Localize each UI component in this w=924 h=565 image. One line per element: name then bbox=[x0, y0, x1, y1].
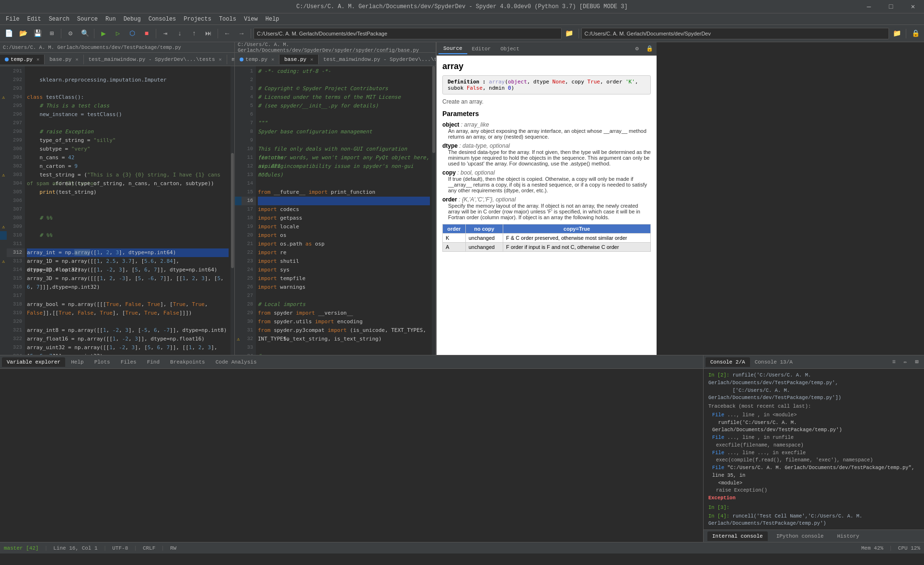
status-sep1: | bbox=[45, 545, 48, 551]
table-cell-a-nocopy: unchanged bbox=[465, 243, 503, 252]
run-button[interactable]: ▶ bbox=[97, 27, 110, 40]
code-line-307 bbox=[27, 205, 229, 214]
code-line-292: sklearn.preprocessing.imputation.Imputer bbox=[27, 76, 229, 84]
browse-right-button[interactable]: 📁 bbox=[890, 27, 903, 40]
new-file-button[interactable]: 📄 bbox=[2, 27, 15, 40]
rcode-30: from spyder.utils import encoding bbox=[258, 318, 430, 326]
save-file-button[interactable]: 💾 bbox=[31, 27, 44, 40]
highlight-right-16 bbox=[235, 197, 242, 205]
window-controls[interactable]: — □ ✕ bbox=[858, 0, 924, 13]
debug-button[interactable]: ⬡ bbox=[126, 27, 139, 40]
console-exception: Exception bbox=[708, 494, 919, 502]
step-over-button[interactable]: ⇥ bbox=[159, 27, 172, 40]
maximize-button[interactable]: □ bbox=[880, 0, 902, 13]
left-path-bar: C:/Users/C. A. M. Gerlach/Documents/dev/… bbox=[0, 42, 234, 53]
tab-console-2a[interactable]: Console 2/A bbox=[705, 357, 750, 367]
console-edit-button[interactable]: ✏ bbox=[900, 357, 911, 367]
right-scrollbar[interactable] bbox=[432, 66, 436, 355]
menu-debug[interactable]: Debug bbox=[120, 15, 145, 24]
help-lock-button[interactable]: 🔒 bbox=[644, 44, 655, 54]
console-output[interactable]: In [2]: runfile('C:/Users/C. A. M. Gerla… bbox=[704, 369, 924, 530]
rcode-15: from __future__ import print_function bbox=[258, 188, 430, 197]
menu-run[interactable]: Run bbox=[102, 15, 120, 24]
tab-temp-py-left[interactable]: temp.py ✕ bbox=[0, 55, 45, 64]
tab-console-13a[interactable]: Console 13/A bbox=[750, 357, 797, 367]
close-button[interactable]: ✕ bbox=[902, 0, 924, 13]
lock-button[interactable]: 🔒 bbox=[909, 27, 922, 40]
right-code-lines[interactable]: # -*- coding: utf-8 -*- # Copyright © Sp… bbox=[256, 66, 432, 355]
code-line-320 bbox=[27, 318, 229, 326]
left-code-lines[interactable]: sklearn.preprocessing.imputation.Imputer… bbox=[25, 66, 231, 355]
table-row-k: K unchanged F & C order preserved, other… bbox=[443, 234, 651, 243]
console-options-button[interactable]: ≡ bbox=[889, 357, 899, 367]
menu-consoles[interactable]: Consoles bbox=[145, 15, 180, 24]
left-path-text: C:/Users/C. A. M. Gerlach/Documents/dev/… bbox=[3, 45, 181, 50]
tab-editor[interactable]: Editor bbox=[467, 44, 496, 54]
continue-button[interactable]: ⏭ bbox=[202, 27, 215, 40]
variable-explorer-content[interactable] bbox=[0, 369, 703, 542]
stop-button[interactable]: ■ bbox=[140, 27, 153, 40]
menu-tools[interactable]: Tools bbox=[215, 15, 240, 24]
run-cell-button[interactable]: ▷ bbox=[111, 27, 125, 40]
menu-projects[interactable]: Projects bbox=[180, 15, 215, 24]
left-path-input[interactable] bbox=[254, 28, 562, 39]
tab-files[interactable]: Files bbox=[116, 357, 141, 367]
tab-mainwindow-left[interactable]: mainwindow.py ✕ bbox=[227, 55, 234, 64]
tab-base-py-right[interactable]: base.py ✕ bbox=[279, 55, 318, 64]
code-line-314: array_2D = np.array([[1, -2, 3], [5, 6, … bbox=[27, 266, 229, 274]
save-all-button[interactable]: ⊞ bbox=[45, 27, 58, 40]
left-scrollbar[interactable] bbox=[231, 66, 234, 355]
help-content-area: array Definition : array(object, dtype N… bbox=[437, 56, 657, 355]
right-code-area[interactable]: ⚠ 1 2 3 4 5 6 7 8 9 10 11 12 13 1 bbox=[235, 66, 436, 355]
tab-help[interactable]: Help bbox=[66, 357, 88, 367]
table-header-copy: copy=True bbox=[503, 224, 650, 234]
menu-file[interactable]: File bbox=[2, 15, 23, 24]
find-button[interactable]: 🔍 bbox=[78, 27, 92, 40]
left-code-area[interactable]: ⚠ ⚠ ⚠ ⚠ 291 292 293 294 295 296 bbox=[0, 66, 234, 355]
tab-base-py-left[interactable]: base.py ✕ bbox=[45, 55, 83, 64]
menu-help[interactable]: Help bbox=[262, 15, 283, 24]
rcode-17: import codecs bbox=[258, 205, 430, 214]
tab-find[interactable]: Find bbox=[142, 357, 164, 367]
status-bar: master [42] | Line 16, Col 1 | UTF-8 | C… bbox=[0, 542, 924, 553]
tab-internal-console[interactable]: Internal console bbox=[707, 531, 768, 541]
preferences-button[interactable]: ⚙ bbox=[64, 27, 77, 40]
rcode-29: from spyder import __version__ bbox=[258, 309, 430, 318]
tab-plots[interactable]: Plots bbox=[90, 357, 115, 367]
rcode-27 bbox=[258, 292, 430, 300]
back-button[interactable]: ← bbox=[220, 27, 234, 40]
left-line-numbers: 291 292 293 294 295 296 297 298 299 300 … bbox=[7, 66, 25, 355]
tab-variable-explorer[interactable]: Variable explorer bbox=[2, 357, 65, 367]
menu-edit[interactable]: Edit bbox=[23, 15, 45, 24]
close-tab-temp-left[interactable]: ✕ bbox=[36, 57, 39, 62]
tab-history[interactable]: History bbox=[832, 531, 864, 541]
console-maximize-button[interactable]: ⊞ bbox=[912, 357, 922, 367]
step-out-button[interactable]: ↑ bbox=[187, 27, 201, 40]
console-file4: File "C:/Users/C. A. M. Gerlach/Document… bbox=[712, 464, 919, 487]
step-into-button[interactable]: ↓ bbox=[173, 27, 186, 40]
right-path-input[interactable] bbox=[581, 28, 889, 39]
menu-view[interactable]: View bbox=[240, 15, 262, 24]
tab-ipython-console[interactable]: IPython console bbox=[772, 531, 829, 541]
status-mode: RW bbox=[170, 545, 176, 551]
open-file-button[interactable]: 📂 bbox=[16, 27, 30, 40]
code-line-294: class testClass(): bbox=[27, 93, 229, 102]
rcode-24: import sys bbox=[258, 266, 430, 274]
rcode-8: Spyder base configuration management bbox=[258, 128, 430, 136]
menu-source[interactable]: Source bbox=[73, 15, 102, 24]
menu-search[interactable]: Search bbox=[45, 15, 73, 24]
forward-button[interactable]: → bbox=[235, 27, 248, 40]
code-line-302: n_carton = 9 bbox=[27, 162, 229, 171]
rcode-4: # Licensed under the terms of the MIT Li… bbox=[258, 93, 430, 102]
tab-test-mainwindow-right[interactable]: test_mainwindow.py - SpyderDev\...\tests… bbox=[319, 55, 436, 64]
tab-test-mainwindow-left[interactable]: test_mainwindow.py - SpyderDev\...\tests… bbox=[84, 55, 227, 64]
tab-code-analysis[interactable]: Code Analysis bbox=[211, 357, 262, 367]
status-encoding: UTF-8 bbox=[112, 545, 128, 551]
tab-breakpoints[interactable]: Breakpoints bbox=[165, 357, 210, 367]
minimize-button[interactable]: — bbox=[858, 0, 880, 13]
tab-temp-py-right[interactable]: temp.py ✕ bbox=[235, 55, 279, 64]
tab-source[interactable]: Source bbox=[439, 44, 467, 54]
tab-object[interactable]: Object bbox=[496, 44, 524, 54]
help-options-button[interactable]: ⚙ bbox=[632, 44, 642, 54]
browse-left-button[interactable]: 📁 bbox=[563, 27, 576, 40]
